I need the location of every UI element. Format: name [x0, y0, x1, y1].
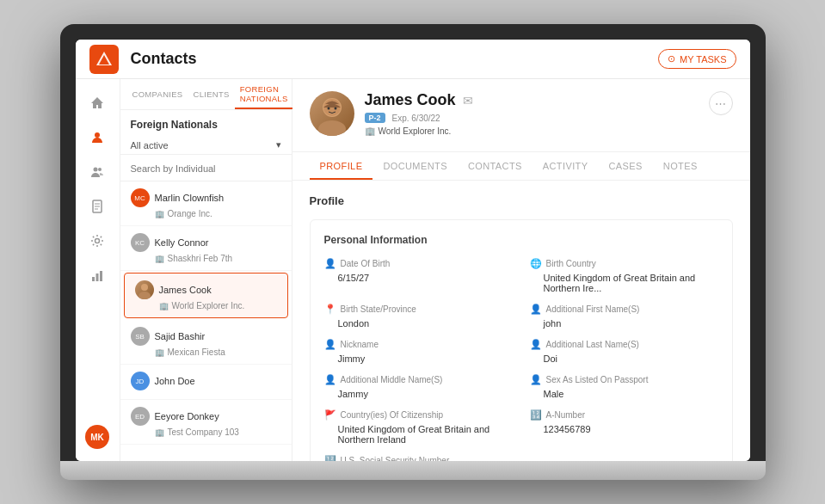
contact-item-kelly[interactable]: KC Kelly Connor 🏢 Shaskhri Feb 7th: [120, 226, 292, 271]
dob-value: 6/15/27: [324, 273, 513, 283]
building-icon-kelly: 🏢: [155, 255, 164, 263]
profile-content: Profile Personal Information 👤 Date Of B…: [292, 181, 750, 461]
contact-item-john[interactable]: JD John Doe: [120, 365, 292, 400]
contact-item-sajid[interactable]: SB Sajid Bashir 🏢 Mexican Fiesta: [120, 320, 292, 365]
contact-avatar-eeyore: ED: [131, 407, 150, 426]
contact-name-john: John Doe: [155, 376, 195, 386]
svg-rect-12: [100, 271, 102, 281]
svg-point-3: [94, 168, 98, 172]
detail-action-button[interactable]: ⋯: [709, 91, 733, 115]
svg-rect-10: [92, 277, 95, 281]
contact-avatar-james: [135, 280, 154, 299]
svg-point-18: [327, 108, 329, 110]
contacts-panel: COMPANIES CLIENTS FOREIGN NATIONALS › Fo…: [120, 79, 292, 461]
country-icon: 🌐: [530, 258, 542, 269]
building-icon-sajid: 🏢: [155, 348, 164, 357]
add-middle-icon: 👤: [324, 374, 336, 385]
citizenship-icon: 🚩: [324, 409, 336, 421]
contacts-tabs: COMPANIES CLIENTS FOREIGN NATIONALS ›: [120, 79, 292, 110]
building-icon-eeyore: 🏢: [155, 428, 164, 437]
sidebar-item-reports[interactable]: [82, 260, 113, 291]
a-number-value: 123456789: [530, 424, 718, 434]
contacts-list: MC Marlin Clownfish 🏢 Orange Inc. KC: [120, 181, 292, 461]
field-add-first-name: 👤 Additional First Name(S) john: [530, 304, 718, 329]
svg-point-16: [318, 120, 346, 136]
contact-company-kelly: 🏢 Shaskhri Feb 7th: [131, 254, 281, 263]
svg-point-14: [139, 292, 151, 299]
sidebar-item-settings[interactable]: [82, 225, 113, 256]
svg-point-9: [95, 239, 100, 243]
field-a-number: 🔢 A-Number 123456789: [530, 409, 718, 445]
user-avatar: MK: [85, 425, 109, 449]
expiry-text: Exp. 6/30/22: [392, 114, 440, 123]
sidebar-item-contacts[interactable]: [82, 122, 113, 153]
search-input[interactable]: [131, 163, 281, 174]
user-avatar-button[interactable]: MK: [82, 421, 113, 452]
visa-badge: P-2: [365, 113, 385, 123]
building-icon: 🏢: [155, 210, 164, 218]
detail-contact-name: James Cook: [365, 91, 456, 109]
tab-foreign-nationals[interactable]: FOREIGN NATIONALS: [235, 79, 293, 109]
citizenship-value: United Kingdom of Great Britain and Nort…: [324, 424, 513, 445]
contact-name-james: James Cook: [159, 285, 212, 295]
tab-documents[interactable]: DOCUMENTS: [372, 152, 458, 180]
detail-badges: P-2 Exp. 6/30/22: [365, 113, 699, 123]
contact-item-marlin[interactable]: MC Marlin Clownfish 🏢 Orange Inc.: [120, 181, 292, 226]
filter-dropdown[interactable]: All active ▾: [120, 136, 292, 155]
tab-activity[interactable]: ACTIVITY: [533, 152, 599, 180]
sidebar-item-home[interactable]: [82, 88, 113, 119]
field-birth-state: 📍 Birth State/Province London: [324, 304, 513, 329]
field-nickname: 👤 Nickname Jimmy: [324, 339, 513, 364]
add-last-name-value: Doi: [530, 353, 718, 364]
personal-info-title: Personal Information: [324, 234, 718, 246]
dob-icon: 👤: [324, 258, 336, 269]
tab-cases[interactable]: CASES: [598, 152, 652, 180]
sex-icon: 👤: [530, 374, 542, 385]
contact-name-sajid: Sajid Bashir: [155, 331, 206, 341]
contact-company-eeyore: 🏢 Test Company 103: [131, 427, 281, 437]
contact-item-eeyore[interactable]: ED Eeyore Donkey 🏢 Test Company 103: [120, 400, 292, 445]
tab-notes[interactable]: NOTES: [653, 152, 708, 180]
contact-avatar-marlin: MC: [131, 188, 150, 207]
profile-section-title: Profile: [310, 194, 733, 207]
contact-name-marlin: Marlin Clownfish: [155, 193, 225, 203]
detail-info: James Cook ✉ P-2 Exp. 6/30/22 🏢 World Ex…: [365, 91, 699, 136]
my-tasks-button[interactable]: ⊙ MY TASKS: [658, 49, 736, 69]
sidebar-item-people[interactable]: [82, 157, 113, 187]
tab-contacts[interactable]: CONTACTS: [458, 152, 533, 180]
add-first-name-value: john: [530, 318, 718, 329]
topbar: Contacts ⊙ MY TASKS: [76, 40, 750, 79]
tasks-icon: ⊙: [668, 53, 675, 65]
field-add-last-name: 👤 Additional Last Name(S) Doi: [530, 339, 718, 364]
contact-company-marlin: 🏢 Orange Inc.: [131, 209, 281, 218]
contact-company-sajid: 🏢 Mexican Fiesta: [131, 347, 281, 357]
building-icon-james: 🏢: [159, 302, 169, 310]
detail-tabs: PROFILE DOCUMENTS CONTACTS ACTIVITY CASE…: [292, 152, 750, 181]
svg-point-2: [95, 132, 100, 138]
contact-name-kelly: Kelly Connor: [155, 237, 209, 248]
detail-panel: James Cook ✉ P-2 Exp. 6/30/22 🏢 World Ex…: [292, 79, 750, 461]
tab-clients[interactable]: CLIENTS: [188, 79, 235, 109]
contacts-section-title: Foreign Nationals: [120, 110, 292, 136]
contact-avatar-john: JD: [131, 372, 150, 390]
add-first-icon: 👤: [530, 304, 542, 315]
add-middle-name-value: Jammy: [324, 389, 513, 399]
sidebar-nav: MK: [76, 79, 120, 461]
svg-point-4: [98, 168, 102, 171]
contact-avatar-kelly: KC: [131, 233, 150, 252]
contact-avatar-sajid: SB: [131, 327, 150, 346]
contact-item-james[interactable]: James Cook 🏢 World Explorer Inc.: [124, 273, 288, 318]
ssn-icon: 🔢: [324, 455, 336, 461]
add-last-icon: 👤: [530, 339, 542, 350]
personal-info-card: Personal Information 👤 Date Of Birth 6/1…: [310, 219, 733, 461]
birth-state-value: London: [324, 318, 513, 329]
detail-header: James Cook ✉ P-2 Exp. 6/30/22 🏢 World Ex…: [292, 79, 750, 152]
field-ssn: 🔢 U.S. Social Security Number 123456789: [324, 455, 513, 461]
sidebar-item-documents[interactable]: [82, 191, 113, 222]
email-icon[interactable]: ✉: [463, 94, 473, 108]
tab-companies[interactable]: COMPANIES: [127, 79, 188, 109]
app-logo: [89, 45, 119, 74]
a-number-icon: 🔢: [530, 409, 542, 421]
tab-profile[interactable]: PROFILE: [310, 152, 373, 180]
detail-avatar: [310, 91, 354, 136]
